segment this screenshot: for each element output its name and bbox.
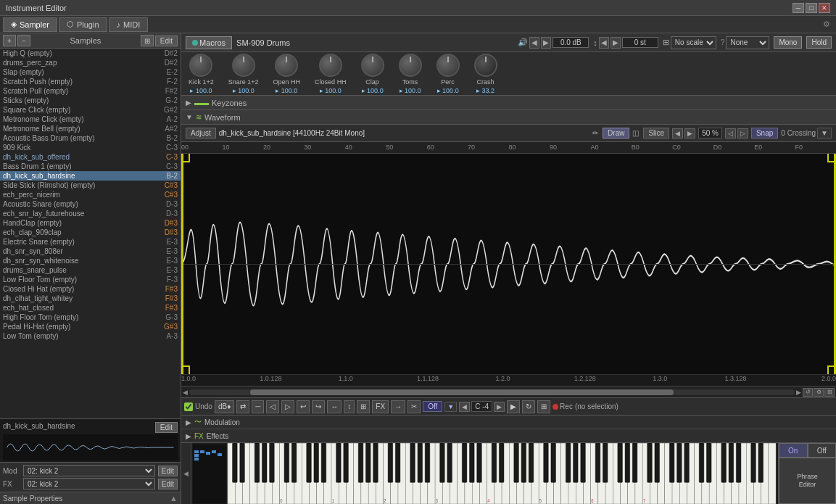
minus-button[interactable]: ─ bbox=[252, 400, 264, 413]
scroll-left-arrow[interactable]: ◀ bbox=[183, 389, 188, 396]
route-btn[interactable]: → bbox=[391, 400, 405, 413]
list-item[interactable]: Square Click (empty) G#2 bbox=[0, 105, 181, 115]
restore-button[interactable]: □ bbox=[806, 3, 817, 13]
clap-knob[interactable] bbox=[361, 54, 384, 77]
list-item[interactable]: ech_clap_909clap D#3 bbox=[0, 228, 181, 237]
macros-button[interactable]: Macros bbox=[186, 36, 232, 49]
edit-tool-2[interactable]: ▷ bbox=[281, 400, 294, 413]
pitch-right-arrow[interactable]: ▶ bbox=[611, 37, 621, 49]
kick-knob[interactable] bbox=[189, 54, 212, 77]
mono-button[interactable]: Mono bbox=[774, 36, 802, 49]
nav-left-icon[interactable]: ◀ bbox=[672, 128, 683, 139]
db-button[interactable]: dB♦ bbox=[215, 400, 234, 413]
key-display[interactable]: C -4 bbox=[471, 401, 492, 412]
settings-icon-2[interactable]: ⚙ bbox=[814, 388, 824, 397]
loop2-btn[interactable]: ↻ bbox=[522, 400, 535, 413]
samples-edit-button[interactable]: Edit bbox=[155, 36, 178, 46]
tab-midi[interactable]: ♪ MIDI bbox=[109, 17, 149, 32]
toms-knob[interactable] bbox=[399, 54, 422, 77]
expand-icon[interactable]: ⊞ bbox=[824, 388, 835, 397]
pitch-left-arrow[interactable]: ◀ bbox=[599, 37, 609, 49]
list-item[interactable]: Acoustic Snare (empty) D-3 bbox=[0, 199, 181, 209]
list-item[interactable]: dh_snr_syn_whitenoise E-3 bbox=[0, 256, 181, 265]
snare-knob[interactable] bbox=[232, 54, 255, 77]
zoom-display[interactable]: 50 % bbox=[698, 128, 722, 139]
list-item[interactable]: High Floor Tom (empty) G-3 bbox=[0, 313, 181, 322]
volume-left-arrow[interactable]: ◀ bbox=[529, 37, 539, 49]
draw-button[interactable]: Draw bbox=[603, 128, 629, 139]
list-item[interactable]: ech_perc_nicerim C#3 bbox=[0, 190, 181, 199]
move-button[interactable]: ⇄ bbox=[236, 400, 249, 413]
list-item[interactable]: Scratch Pull (empty) F#2 bbox=[0, 86, 181, 96]
record-btn[interactable]: ⊞ bbox=[537, 400, 550, 413]
preview-edit-button[interactable]: Edit bbox=[155, 422, 178, 433]
scroll-right-arrow[interactable]: ▶ bbox=[796, 389, 801, 396]
snap-button[interactable]: Snap bbox=[751, 128, 778, 139]
redo-btn[interactable]: ↪ bbox=[312, 400, 325, 413]
list-item[interactable]: Closed Hi Hat (empty) F#3 bbox=[0, 284, 181, 294]
loop-btn[interactable]: ⊞ bbox=[357, 400, 370, 413]
sample-list[interactable]: High Q (empty) D#2 drums_perc_zap D#2 Sl… bbox=[0, 49, 181, 418]
list-item[interactable]: drums_snare_pulse E-3 bbox=[0, 265, 181, 275]
close-button[interactable]: ✕ bbox=[819, 3, 830, 13]
flip-v-btn[interactable]: ↕ bbox=[344, 400, 355, 413]
list-item[interactable]: Low Floor Tom (empty) F-3 bbox=[0, 275, 181, 284]
scroll-track[interactable] bbox=[189, 389, 795, 395]
scroll-thumb[interactable] bbox=[250, 389, 674, 395]
perc-knob[interactable] bbox=[436, 54, 460, 77]
list-item[interactable]: Pedal Hi-Hat (empty) G#3 bbox=[0, 322, 181, 331]
zoom-in-icon[interactable]: ↺ bbox=[803, 388, 813, 397]
list-item[interactable]: ech_snr_lay_futurehouse D-3 bbox=[0, 209, 181, 218]
tab-sampler[interactable]: ◈ Sampler bbox=[3, 17, 57, 32]
list-item[interactable]: Scratch Push (empty) F-2 bbox=[0, 77, 181, 86]
slice-button[interactable]: Slice bbox=[643, 128, 669, 139]
list-item[interactable]: Low Tom (empty) A-3 bbox=[0, 331, 181, 341]
settings-icon[interactable]: ⚙ bbox=[823, 20, 830, 29]
mod-select[interactable]: 02: kick 2 bbox=[23, 465, 155, 476]
key-nav-right[interactable]: ▶ bbox=[494, 402, 505, 412]
list-item[interactable]: Metronome Click (empty) A-2 bbox=[0, 115, 181, 124]
play-btn[interactable]: ▶ bbox=[507, 400, 520, 413]
volume-display[interactable]: 0.0 dB bbox=[552, 37, 589, 48]
list-item-offered[interactable]: dh_kick_sub_offered C-3 bbox=[0, 152, 181, 162]
sample-properties[interactable]: Sample Properties ▲ bbox=[0, 492, 181, 504]
list-item[interactable]: dh_snr_syn_808er E-3 bbox=[0, 247, 181, 256]
undo-btn[interactable]: ↩ bbox=[297, 400, 310, 413]
list-item[interactable]: drums_perc_zap D#2 bbox=[0, 58, 181, 67]
fx-edit-button[interactable]: Edit bbox=[158, 479, 178, 489]
off-display[interactable]: Off bbox=[423, 401, 442, 412]
list-item[interactable]: Electric Snare (empty) E-3 bbox=[0, 237, 181, 247]
waveform-section-header[interactable]: ▼ ≋ Waveform bbox=[181, 110, 836, 125]
list-view-button[interactable]: ⊞ bbox=[141, 35, 154, 46]
hold-button[interactable]: Hold bbox=[806, 36, 832, 49]
crossing-dropdown[interactable]: ▼ bbox=[817, 128, 832, 139]
list-item[interactable]: 909 Kick C-3 bbox=[0, 143, 181, 152]
crash-knob[interactable] bbox=[474, 54, 497, 77]
remove-sample-button[interactable]: − bbox=[17, 35, 30, 46]
keyboard-scroll-left[interactable]: ◀ bbox=[181, 443, 191, 504]
add-sample-button[interactable]: + bbox=[3, 35, 16, 46]
list-item[interactable]: Slap (empty) E-2 bbox=[0, 67, 181, 77]
loop-start-marker[interactable] bbox=[181, 154, 183, 374]
adjust-button[interactable]: Adjust bbox=[186, 128, 216, 139]
none-select[interactable]: None bbox=[726, 36, 769, 49]
list-item-active[interactable]: dh_kick_sub_hardsine B-2 bbox=[0, 171, 181, 181]
nav-right-icon[interactable]: ▶ bbox=[684, 128, 695, 139]
tab-plugin[interactable]: ⬡ Plugin bbox=[59, 17, 107, 32]
effects-header[interactable]: ▶ FX Effects bbox=[181, 429, 836, 442]
flip-h-btn[interactable]: ↔ bbox=[327, 400, 342, 413]
undo-checkbox[interactable] bbox=[184, 402, 193, 411]
cut-btn[interactable]: ✂ bbox=[407, 400, 421, 413]
fx-select[interactable]: 02: kick 2 bbox=[23, 478, 155, 489]
waveform-display[interactable] bbox=[181, 154, 836, 374]
phrase-editor-button[interactable]: PhraseEditor bbox=[779, 458, 836, 504]
volume-right-arrow[interactable]: ▶ bbox=[541, 37, 551, 49]
zoom-btn-2[interactable]: ▷ bbox=[737, 128, 748, 139]
closedhh-knob[interactable] bbox=[319, 54, 342, 77]
list-item[interactable]: High Q (empty) D#2 bbox=[0, 49, 181, 58]
scale-select[interactable]: No scale bbox=[671, 36, 716, 49]
list-item[interactable]: Acoustic Bass Drum (empty) B-2 bbox=[0, 133, 181, 143]
zoom-btn-1[interactable]: ◁ bbox=[725, 128, 736, 139]
minimize-button[interactable]: ─ bbox=[792, 3, 804, 13]
keyzones-header[interactable]: ▶ ▬▬ Keyzones bbox=[181, 96, 836, 110]
